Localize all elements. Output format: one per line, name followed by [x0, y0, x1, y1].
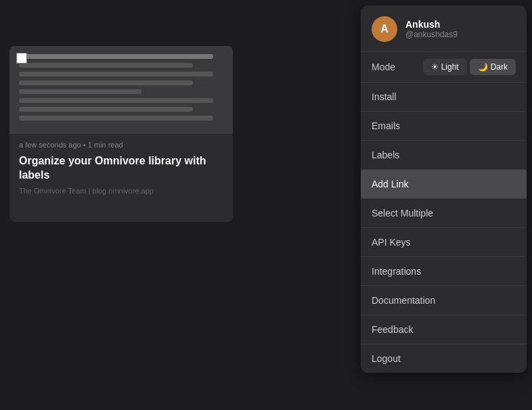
- dropdown-menu: A Ankush @ankushdas9 Mode ☀ Light 🌙 Dark…: [361, 5, 527, 373]
- user-name: Ankush: [405, 19, 458, 30]
- thumb-line-8: [19, 116, 213, 120]
- thumb-line-4: [19, 81, 193, 85]
- dark-mode-button[interactable]: 🌙 Dark: [470, 59, 516, 75]
- menu-item-install[interactable]: Install: [361, 83, 527, 112]
- dark-icon: 🌙: [478, 62, 488, 72]
- menu-item-select-multiple[interactable]: Select Multiple: [361, 199, 527, 228]
- menu-item-logout[interactable]: Logout: [361, 344, 527, 373]
- light-mode-button[interactable]: ☀ Light: [423, 59, 467, 75]
- article-thumbnail: [9, 46, 233, 134]
- user-info: Ankush @ankushdas9: [405, 19, 458, 39]
- menu-item-labels[interactable]: Labels: [361, 141, 527, 170]
- dark-mode-label: Dark: [491, 62, 508, 72]
- thumb-line-5: [19, 89, 141, 94]
- mode-section: Mode ☀ Light 🌙 Dark: [361, 52, 527, 83]
- menu-item-feedback[interactable]: Feedback: [361, 315, 527, 344]
- article-source: The Omnivore Team | blog.omnivore.app: [9, 187, 233, 195]
- user-avatar-label: A: [380, 23, 389, 35]
- menu-item-api-keys[interactable]: API Keys: [361, 228, 527, 257]
- thumb-line-6: [19, 98, 213, 103]
- thumb-line-7: [19, 107, 193, 112]
- article-checkbox[interactable]: [16, 53, 27, 64]
- article-title: Organize your Omnivore library with labe…: [9, 152, 233, 187]
- menu-item-documentation[interactable]: Documentation: [361, 286, 527, 315]
- light-icon: ☀: [431, 62, 439, 72]
- menu-items-container: InstallEmailsLabelsAdd LinkSelect Multip…: [361, 83, 527, 373]
- thumb-line-3: [19, 72, 213, 76]
- user-avatar: A: [372, 16, 397, 42]
- menu-item-add-link[interactable]: Add Link: [361, 170, 527, 199]
- menu-item-emails[interactable]: Emails: [361, 112, 527, 141]
- thumb-line-2: [19, 63, 193, 68]
- menu-item-integrations[interactable]: Integrations: [361, 257, 527, 286]
- mode-toggle: ☀ Light 🌙 Dark: [423, 59, 516, 75]
- article-meta: a few seconds ago • 1 min read: [9, 134, 233, 152]
- user-handle: @ankushdas9: [405, 30, 458, 39]
- thumb-line-1: [19, 54, 213, 59]
- user-profile: A Ankush @ankushdas9: [361, 5, 527, 52]
- mode-label: Mode: [372, 62, 423, 72]
- light-mode-label: Light: [441, 62, 459, 72]
- article-card[interactable]: a few seconds ago • 1 min read Organize …: [9, 46, 233, 222]
